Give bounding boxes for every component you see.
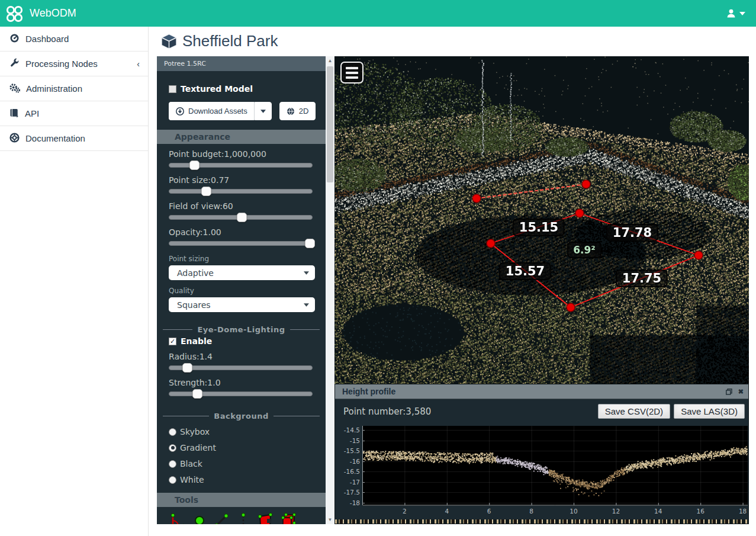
save-csv-button[interactable]: Save CSV(2D) xyxy=(598,404,670,419)
restore-window-icon[interactable] xyxy=(726,389,732,395)
collapse-chevron-icon[interactable]: ‹ xyxy=(137,59,140,69)
point-sizing-label: Point sizing xyxy=(169,255,316,263)
measurement-vertex-handle[interactable] xyxy=(487,239,495,248)
sidebar-item-dashboard[interactable]: Dashboard xyxy=(0,27,148,52)
point-budget-label: Point budget:1,000,000 xyxy=(169,149,316,159)
point-sizing-select[interactable]: Adaptive xyxy=(169,265,315,280)
slider-track[interactable] xyxy=(169,241,313,246)
brand-label: WebODM xyxy=(30,7,76,20)
field-of-view-label: Field of view:60 xyxy=(169,201,316,211)
quality-select[interactable]: Squares xyxy=(169,297,315,312)
y-axis-tick-label: -17.5 xyxy=(344,489,360,496)
checkbox-box[interactable] xyxy=(169,85,176,93)
tools-toolbar xyxy=(169,507,316,524)
opacity-slider[interactable] xyxy=(169,239,315,248)
point-budget-slider[interactable] xyxy=(169,161,315,170)
sidebar: Dashboard Processing Nodes‹ Administrati… xyxy=(0,27,149,536)
wrench-icon xyxy=(9,58,20,70)
view-2d-label: 2D xyxy=(299,107,309,115)
slider-track[interactable] xyxy=(169,391,313,396)
textured-model-label: Textured Model xyxy=(181,84,253,94)
edl-radius-slider[interactable] xyxy=(169,363,315,373)
sidebar-item-processing-nodes[interactable]: Processing Nodes‹ xyxy=(0,52,148,76)
viewer-menu-toggle-button[interactable] xyxy=(340,62,363,84)
background-option-gradient[interactable]: Gradient xyxy=(169,443,316,452)
selected-value: Adaptive xyxy=(177,268,214,278)
textured-model-checkbox[interactable]: Textured Model xyxy=(169,84,316,94)
slider-track[interactable] xyxy=(169,189,313,194)
angle-measurement-icon[interactable] xyxy=(169,512,186,524)
radio-button[interactable] xyxy=(169,460,176,468)
opacity-control: Opacity:1.00 xyxy=(169,227,316,248)
edl-radius-control: Radius:1.4 xyxy=(169,352,316,373)
point-cloud-viewport[interactable]: 15.1517.7815.5717.756.9² xyxy=(334,56,749,384)
book-icon xyxy=(9,108,19,120)
x-axis-tick-label: 12 xyxy=(612,508,620,515)
close-panel-icon[interactable]: ✖ xyxy=(738,389,744,395)
height-measurement-icon[interactable] xyxy=(234,512,252,524)
caret-down-icon xyxy=(260,110,266,113)
edl-section-header: Eye-Dome-Lighting xyxy=(163,325,320,334)
height-profile-chart[interactable] xyxy=(362,426,748,506)
caret-down-icon xyxy=(304,303,309,307)
point-size-slider[interactable] xyxy=(169,187,315,196)
radio-button[interactable] xyxy=(169,476,176,484)
sidebar-item-label: API xyxy=(25,108,140,118)
slider-handle[interactable] xyxy=(237,213,247,222)
gears-icon xyxy=(9,83,20,95)
save-las-button[interactable]: Save LAS(3D) xyxy=(674,404,745,419)
point-measurement-icon[interactable] xyxy=(191,512,208,524)
y-axis-tick-label: -18 xyxy=(350,499,360,506)
potree-sidebar-panel: Potree 1.5RC Textured Model Download Ass… xyxy=(157,56,326,524)
measurement-vertex-handle[interactable] xyxy=(567,303,575,312)
sidebar-item-documentation[interactable]: Documentation xyxy=(0,126,148,151)
height-profile-titlebar[interactable]: Height profile ✖ xyxy=(335,384,748,399)
x-axis-tick-label: 10 xyxy=(570,508,577,515)
sidebar-item-label: Administration xyxy=(26,84,140,94)
scroll-down-icon[interactable]: ▼ xyxy=(328,515,333,524)
scrollbar-thumb[interactable] xyxy=(327,66,333,182)
background-option-white[interactable]: White xyxy=(169,475,316,484)
scroll-up-icon[interactable]: ▲ xyxy=(328,56,333,65)
radio-button[interactable] xyxy=(169,428,176,436)
caret-down-icon xyxy=(739,12,745,15)
sidebar-item-api[interactable]: API xyxy=(0,101,148,126)
x-axis-tick-label: 6 xyxy=(487,508,491,515)
profile-chart-canvas[interactable] xyxy=(362,426,748,506)
checkbox-box[interactable]: ✓ xyxy=(169,338,176,345)
edl-radius-label: Radius:1.4 xyxy=(169,352,316,361)
appearance-section-header: Appearance xyxy=(157,130,326,144)
y-axis-tick-label: -15.5 xyxy=(344,447,360,454)
dashboard-icon xyxy=(9,33,20,45)
download-assets-button[interactable]: Download Assets xyxy=(169,102,255,120)
download-assets-dropdown-button[interactable] xyxy=(255,102,272,120)
panel-scrollbar[interactable]: ▲ ▼ xyxy=(326,56,334,524)
x-axis-tick-label: 14 xyxy=(654,508,662,515)
edl-enable-checkbox[interactable]: ✓ Enable xyxy=(169,336,316,346)
webodm-brand[interactable]: WebODM xyxy=(5,4,76,23)
radio-button[interactable] xyxy=(169,444,176,452)
view-2d-button[interactable]: 2D xyxy=(279,102,316,120)
background-option-skybox[interactable]: Skybox xyxy=(169,427,316,436)
edl-enable-label: Enable xyxy=(181,336,212,346)
measurement-vertex-handle[interactable] xyxy=(575,209,584,217)
volume-measurement-icon[interactable] xyxy=(278,512,296,524)
field-of-view-slider[interactable] xyxy=(169,213,315,222)
user-menu[interactable] xyxy=(726,9,745,18)
top-navbar: WebODM xyxy=(0,0,756,27)
slider-handle[interactable] xyxy=(305,239,315,248)
distance-measurement-icon[interactable] xyxy=(213,512,230,524)
slider-handle[interactable] xyxy=(182,363,192,373)
slider-handle[interactable] xyxy=(189,161,200,170)
measurement-vertex-handle[interactable] xyxy=(694,251,703,259)
download-icon xyxy=(176,107,184,115)
background-option-black[interactable]: Black xyxy=(169,459,316,468)
slider-handle[interactable] xyxy=(192,389,202,399)
measurement-vertex-handle[interactable] xyxy=(582,180,590,188)
edl-strength-slider[interactable] xyxy=(169,389,315,399)
slider-handle[interactable] xyxy=(201,187,211,196)
measurement-vertex-handle[interactable] xyxy=(472,194,481,203)
profile-section-line xyxy=(477,184,586,198)
sidebar-item-administration[interactable]: Administration xyxy=(0,76,148,101)
area-measurement-icon[interactable] xyxy=(256,512,274,524)
